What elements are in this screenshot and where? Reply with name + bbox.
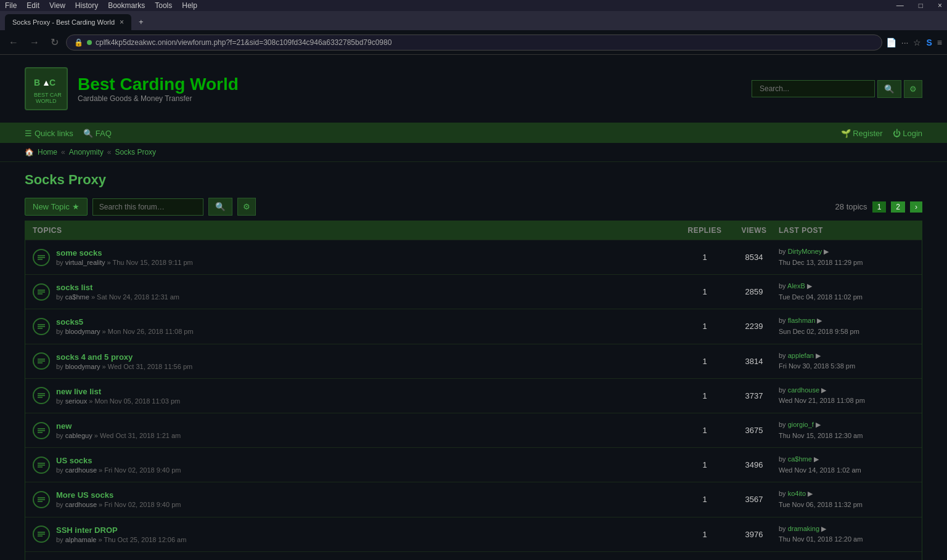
topic-author[interactable]: serioux: [65, 397, 87, 405]
last-post-author[interactable]: flashman: [788, 317, 816, 324]
svg-rect-20: [38, 428, 45, 429]
bookmark-icon[interactable]: ☆: [913, 38, 921, 47]
topic-title[interactable]: More US socks: [56, 490, 181, 500]
more-btn[interactable]: ···: [901, 38, 909, 47]
quicklinks-menu[interactable]: ☰ Quick links: [25, 129, 73, 138]
topic-title[interactable]: socks5: [56, 317, 194, 327]
address-bar[interactable]: 🔒 cplfk4kp5dzeakwc.onion/viewforum.php?f…: [66, 34, 882, 51]
login-link[interactable]: ⏻ Login: [893, 129, 922, 138]
topic-left: SSH inter DROP by alphamale » Thu Oct 25…: [33, 526, 680, 543]
topic-author[interactable]: ca$hme: [65, 293, 89, 301]
menu-help[interactable]: Help: [182, 1, 197, 10]
topic-icon: [33, 318, 50, 335]
topic-info: socks list by ca$hme » Sat Nov 24, 2018 …: [56, 283, 179, 301]
menu-file[interactable]: File: [5, 1, 17, 10]
refresh-button[interactable]: ↻: [47, 34, 62, 51]
search-button[interactable]: 🔍: [877, 80, 901, 98]
forum-title: Socks Proxy: [25, 172, 922, 188]
topic-left: some socks by virtual_reality » Thu Nov …: [33, 248, 680, 266]
quicklinks-label: Quick links: [35, 129, 73, 138]
last-post-author[interactable]: ca$hme: [788, 455, 812, 463]
page-1-button[interactable]: 1: [872, 201, 887, 213]
register-label: Register: [853, 129, 882, 138]
topic-icon-svg: [36, 391, 46, 400]
topic-author[interactable]: bloodymary: [65, 363, 100, 370]
table-row: socks5 by bloodymary » Mon Nov 26, 2018 …: [25, 309, 922, 343]
forum-search-input[interactable]: [92, 198, 203, 216]
topic-title[interactable]: SSH inter DROP: [56, 526, 186, 535]
forum-search-settings[interactable]: ⚙: [237, 198, 256, 216]
topic-title[interactable]: new: [56, 421, 181, 431]
topic-left: socks list by ca$hme » Sat Nov 24, 2018 …: [33, 283, 680, 301]
register-link[interactable]: 🌱 Register: [841, 129, 883, 138]
forward-button[interactable]: →: [26, 34, 43, 51]
topic-icon-svg: [36, 460, 46, 470]
page-2-button[interactable]: 2: [891, 201, 905, 213]
page-icon[interactable]: 📄: [886, 38, 896, 47]
topic-author[interactable]: alphamale: [65, 536, 97, 543]
col-topics: TOPICS: [33, 226, 680, 235]
security-icon: 🔒: [74, 38, 83, 47]
topic-meta: by bloodymary » Mon Nov 26, 2018 11:08 p…: [56, 328, 194, 335]
topic-title[interactable]: socks 4 and 5 proxy: [56, 352, 192, 362]
last-post-icon: ▶: [821, 525, 826, 532]
menu-view[interactable]: View: [49, 1, 65, 10]
forum-search-button[interactable]: 🔍: [208, 198, 232, 216]
topic-author[interactable]: cardhouse: [65, 501, 97, 508]
search-settings-button[interactable]: ⚙: [904, 80, 922, 98]
nav-bar: ☰ Quick links 🔍 FAQ 🌱 Register ⏻ Login: [0, 124, 947, 143]
menu-history[interactable]: History: [75, 1, 98, 10]
window-close[interactable]: ×: [938, 1, 942, 10]
topic-author[interactable]: cardhouse: [65, 466, 97, 474]
topic-author[interactable]: cableguy: [65, 432, 92, 439]
topic-author[interactable]: bloodymary: [65, 328, 100, 335]
last-post-icon: ▶: [824, 248, 829, 255]
menu-tools[interactable]: Tools: [155, 1, 172, 10]
topic-rows-container: some socks by virtual_reality » Thu Nov …: [25, 240, 922, 560]
last-post-author[interactable]: AlexB: [787, 282, 805, 290]
svg-rect-12: [38, 326, 45, 327]
last-post-author[interactable]: cardhouse: [788, 386, 819, 394]
last-post-author[interactable]: applefan: [788, 352, 814, 359]
topic-info: SSH inter DROP by alphamale » Thu Oct 25…: [56, 526, 186, 543]
breadcrumb-home[interactable]: Home: [38, 148, 57, 156]
browser-tabs: Socks Proxy - Best Carding World × +: [0, 11, 947, 30]
table-row: new live list by serioux » Mon Nov 05, 2…: [25, 378, 922, 413]
site-title-group: Best Carding World Cardable Goods & Mone…: [78, 75, 239, 103]
forum-toolbar: New Topic ★ 🔍 ⚙ 28 topics 1 2 ›: [0, 193, 947, 221]
window-minimize[interactable]: —: [896, 1, 904, 10]
svg-rect-7: [38, 259, 43, 260]
topic-views: 3675: [729, 426, 779, 435]
faq-link[interactable]: 🔍 FAQ: [83, 129, 112, 138]
topic-meta: by bloodymary » Wed Oct 31, 2018 11:56 p…: [56, 363, 192, 370]
menu-edit[interactable]: Edit: [27, 1, 39, 10]
last-post-author[interactable]: DirtyMoney: [788, 248, 822, 255]
last-post-author[interactable]: dramaking: [788, 525, 819, 532]
sync-icon[interactable]: S: [926, 38, 932, 47]
extension-icon[interactable]: ≡: [937, 38, 942, 47]
back-button[interactable]: ←: [5, 34, 22, 51]
topic-title[interactable]: socks list: [56, 283, 179, 292]
last-post-author[interactable]: ko4ito: [788, 490, 806, 497]
topic-author[interactable]: virtual_reality: [65, 259, 105, 266]
topic-meta: by cardhouse » Fri Nov 02, 2018 9:40 pm: [56, 501, 181, 508]
search-input[interactable]: [752, 80, 875, 97]
topic-title[interactable]: some socks: [56, 248, 193, 258]
topics-count: 28 topics: [835, 202, 867, 211]
last-post-icon: ▶: [817, 317, 822, 324]
tab-close-btn[interactable]: ×: [120, 18, 124, 26]
page-next-button[interactable]: ›: [910, 201, 922, 213]
window-maximize[interactable]: □: [919, 1, 923, 10]
breadcrumb-anonymity[interactable]: Anonymity: [69, 148, 104, 156]
topic-icon-svg: [36, 495, 46, 505]
topic-icon: [33, 491, 50, 508]
active-tab[interactable]: Socks Proxy - Best Carding World ×: [5, 14, 131, 30]
topic-title[interactable]: US socks: [56, 456, 181, 465]
new-tab-btn[interactable]: +: [134, 14, 149, 30]
menu-bookmarks[interactable]: Bookmarks: [108, 1, 145, 10]
topic-title[interactable]: new live list: [56, 387, 180, 396]
svg-rect-29: [38, 532, 45, 533]
last-post-author[interactable]: giorgio_f: [788, 421, 814, 428]
new-topic-button[interactable]: New Topic ★: [25, 198, 88, 216]
topic-info: new by cableguy » Wed Oct 31, 2018 1:21 …: [56, 421, 181, 439]
